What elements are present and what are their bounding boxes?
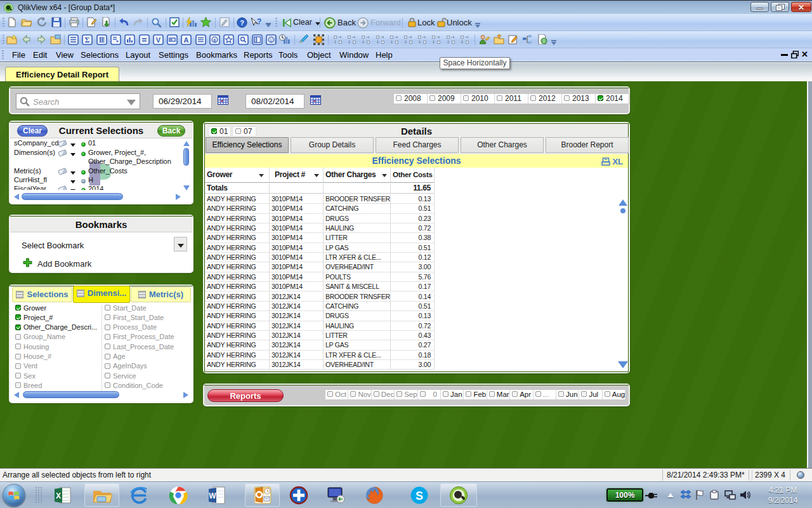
svg-text:?: ? xyxy=(257,17,261,26)
svg-text:S: S xyxy=(416,490,423,502)
svg-text:Σ: Σ xyxy=(85,36,90,44)
svg-text:V: V xyxy=(156,36,161,44)
svg-text:A: A xyxy=(184,36,189,44)
svg-text:W: W xyxy=(209,491,216,500)
svg-text:?: ? xyxy=(240,19,244,27)
svg-text:6: 6 xyxy=(213,37,216,43)
svg-text:X: X xyxy=(56,491,61,500)
